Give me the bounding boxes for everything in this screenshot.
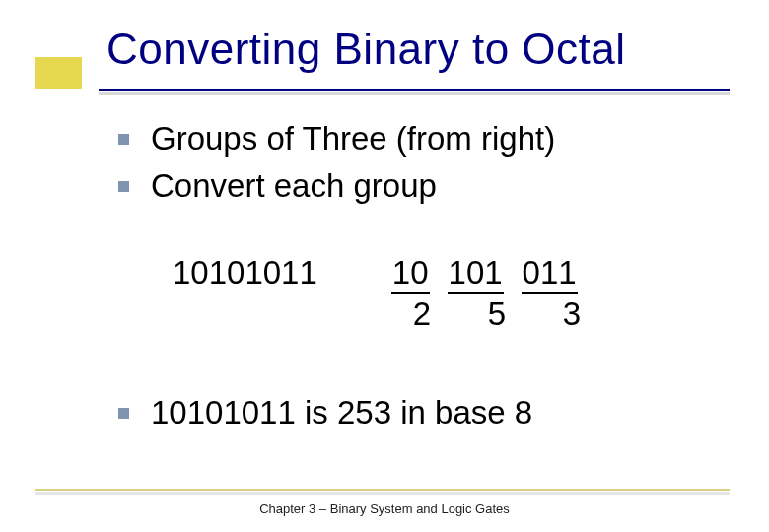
footer-text: Chapter 3 – Binary System and Logic Gate…	[0, 501, 769, 516]
square-bullet-icon	[118, 134, 129, 145]
square-bullet-icon	[118, 408, 129, 419]
square-bullet-icon	[118, 181, 129, 192]
bullet-item: Convert each group	[118, 166, 730, 207]
title-underline	[99, 89, 730, 91]
conclusion-text: 10101011 is 253 in base 8	[151, 392, 532, 433]
footer-line-shadow	[35, 492, 730, 495]
content-area: Groups of Three (from right) Convert eac…	[118, 118, 730, 213]
group-segment: 011	[522, 254, 578, 294]
bullet-item: Groups of Three (from right)	[118, 118, 730, 160]
binary-original: 10101011	[173, 254, 317, 333]
group-segment: 101	[448, 254, 504, 294]
octal-digit: 5	[468, 296, 525, 333]
octal-digit: 2	[401, 296, 443, 333]
slide-title: Converting Binary to Octal	[106, 25, 626, 74]
title-accent	[35, 57, 82, 89]
bullet-text: Convert each group	[151, 166, 437, 207]
example-block: 10101011 10 101 011 2 5 3	[173, 254, 600, 333]
octal-digit: 3	[543, 296, 600, 333]
binary-grouped: 10 101 011 2 5 3	[391, 254, 600, 333]
bullet-text: Groups of Three (from right)	[151, 118, 555, 160]
title-underline-shadow	[99, 92, 730, 95]
conclusion-bullet: 10101011 is 253 in base 8	[118, 392, 532, 433]
group-row: 10 101 011	[391, 254, 600, 294]
footer-line	[35, 489, 730, 491]
group-segment: 10	[391, 254, 430, 294]
digit-row: 2 5 3	[391, 296, 600, 333]
